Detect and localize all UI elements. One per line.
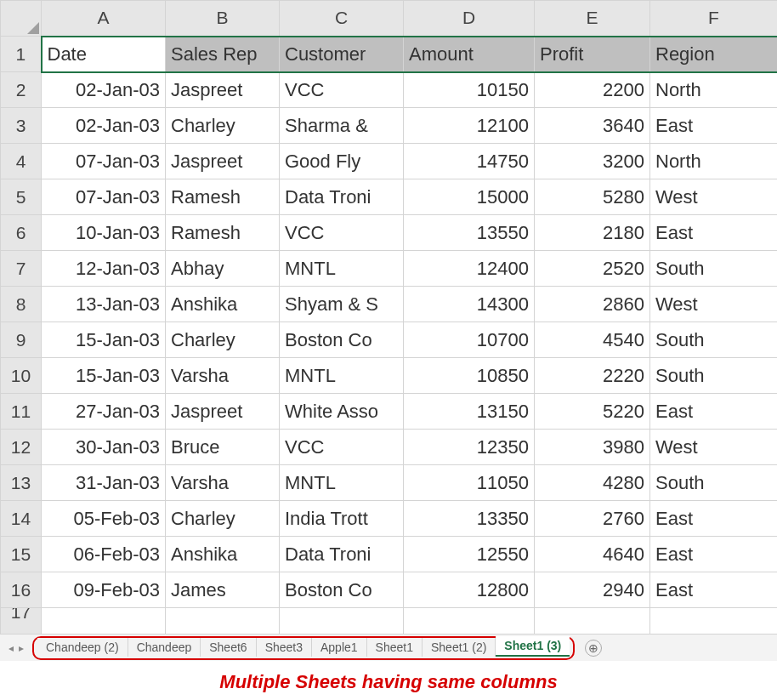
cell-date[interactable]: 05-Feb-03 bbox=[42, 501, 166, 537]
sheet-tab[interactable]: Chandeep bbox=[128, 638, 201, 657]
col-head-D[interactable]: D bbox=[404, 1, 535, 37]
cell-date[interactable]: 07-Jan-03 bbox=[42, 144, 166, 179]
row-head-3[interactable]: 3 bbox=[1, 108, 42, 144]
cell-rep[interactable]: Ramesh bbox=[166, 215, 280, 251]
sheet-tab[interactable]: Chandeep (2) bbox=[37, 638, 128, 657]
cell-region[interactable]: North bbox=[650, 72, 778, 108]
cell-customer[interactable]: Shyam & S bbox=[280, 287, 404, 322]
cell-amount[interactable]: 12400 bbox=[404, 251, 535, 287]
select-all-corner[interactable] bbox=[1, 1, 42, 37]
cell-region[interactable]: East bbox=[650, 537, 778, 572]
cell-amount[interactable]: 13350 bbox=[404, 501, 535, 537]
sheet-tab[interactable]: Sheet1 (3) bbox=[496, 636, 570, 657]
cell-profit[interactable]: 5280 bbox=[535, 179, 650, 215]
cell-amount[interactable]: 15000 bbox=[404, 179, 535, 215]
cell-rep[interactable]: James bbox=[166, 572, 280, 608]
cell-profit[interactable]: 5220 bbox=[535, 394, 650, 430]
row-head-4[interactable]: 4 bbox=[1, 144, 42, 179]
cell-profit[interactable]: 2860 bbox=[535, 287, 650, 322]
cell-date[interactable]: 10-Jan-03 bbox=[42, 215, 166, 251]
cell-amount[interactable]: 11050 bbox=[404, 465, 535, 501]
cell-rep[interactable]: Varsha bbox=[166, 465, 280, 501]
cell-rep[interactable]: Charley bbox=[166, 501, 280, 537]
row-head-6[interactable]: 6 bbox=[1, 215, 42, 251]
sheet-tab[interactable]: Sheet6 bbox=[201, 638, 256, 657]
cell-date[interactable]: 15-Jan-03 bbox=[42, 322, 166, 358]
sheet-tab[interactable]: Apple1 bbox=[312, 638, 367, 657]
row-head-5[interactable]: 5 bbox=[1, 179, 42, 215]
cell-profit[interactable]: 2520 bbox=[535, 251, 650, 287]
cell-date[interactable]: 02-Jan-03 bbox=[42, 108, 166, 144]
cell-region[interactable]: East bbox=[650, 572, 778, 608]
cell-customer[interactable]: VCC bbox=[280, 72, 404, 108]
cell-region[interactable]: West bbox=[650, 287, 778, 322]
cell-date[interactable]: 12-Jan-03 bbox=[42, 251, 166, 287]
cell-rep[interactable]: Jaspreet bbox=[166, 394, 280, 430]
cell-rep[interactable]: Charley bbox=[166, 322, 280, 358]
cell-region[interactable]: South bbox=[650, 465, 778, 501]
row-head-15[interactable]: 15 bbox=[1, 537, 42, 572]
row-head-1[interactable]: 1 bbox=[1, 37, 42, 72]
cell-rep[interactable]: Jaspreet bbox=[166, 144, 280, 179]
cell-amount[interactable]: 10150 bbox=[404, 72, 535, 108]
cell-amount[interactable]: 10850 bbox=[404, 358, 535, 394]
cell-customer[interactable]: VCC bbox=[280, 430, 404, 465]
cell-profit[interactable]: 2220 bbox=[535, 358, 650, 394]
cell-amount[interactable]: 13150 bbox=[404, 394, 535, 430]
cell-profit[interactable]: 2940 bbox=[535, 572, 650, 608]
sheet-tab[interactable]: Sheet1 (2) bbox=[423, 638, 496, 657]
row-head-13[interactable]: 13 bbox=[1, 465, 42, 501]
cell-amount[interactable]: 14750 bbox=[404, 144, 535, 179]
cell-date[interactable]: 15-Jan-03 bbox=[42, 358, 166, 394]
cell-rep[interactable]: Abhay bbox=[166, 251, 280, 287]
cell-A1[interactable]: Date bbox=[42, 37, 166, 72]
cell-date[interactable]: 27-Jan-03 bbox=[42, 394, 166, 430]
col-head-B[interactable]: B bbox=[166, 1, 280, 37]
cell-amount[interactable]: 13550 bbox=[404, 215, 535, 251]
cell-region[interactable]: East bbox=[650, 215, 778, 251]
cell-amount[interactable]: 14300 bbox=[404, 287, 535, 322]
cell-date[interactable]: 06-Feb-03 bbox=[42, 537, 166, 572]
cell-customer[interactable]: White Asso bbox=[280, 394, 404, 430]
cell-region[interactable]: South bbox=[650, 322, 778, 358]
cell-customer[interactable]: Good Fly bbox=[280, 144, 404, 179]
col-head-E[interactable]: E bbox=[535, 1, 650, 37]
row-head-9[interactable]: 9 bbox=[1, 322, 42, 358]
cell-customer[interactable]: Data Troni bbox=[280, 179, 404, 215]
cell-B1[interactable]: Sales Rep bbox=[166, 37, 280, 72]
cell-profit[interactable]: 4640 bbox=[535, 537, 650, 572]
cell-region[interactable]: West bbox=[650, 430, 778, 465]
row-head-16[interactable]: 16 bbox=[1, 572, 42, 608]
sheet-tab[interactable]: Sheet3 bbox=[257, 638, 312, 657]
row-head-12[interactable]: 12 bbox=[1, 430, 42, 465]
cell-date[interactable]: 02-Jan-03 bbox=[42, 72, 166, 108]
cell-customer[interactable]: Sharma & bbox=[280, 108, 404, 144]
cell-date[interactable]: 30-Jan-03 bbox=[42, 430, 166, 465]
cell-customer[interactable]: MNTL bbox=[280, 251, 404, 287]
row-head-2[interactable]: 2 bbox=[1, 72, 42, 108]
cell-amount[interactable]: 12550 bbox=[404, 537, 535, 572]
col-head-C[interactable]: C bbox=[280, 1, 404, 37]
add-sheet-button[interactable]: ⊕ bbox=[585, 640, 602, 657]
cell-amount[interactable]: 12800 bbox=[404, 572, 535, 608]
cell-C1[interactable]: Customer bbox=[280, 37, 404, 72]
cell-customer[interactable]: Data Troni bbox=[280, 537, 404, 572]
cell-D1[interactable]: Amount bbox=[404, 37, 535, 72]
cell-profit[interactable]: 4540 bbox=[535, 322, 650, 358]
cell-region[interactable]: West bbox=[650, 179, 778, 215]
row-head-14[interactable]: 14 bbox=[1, 501, 42, 537]
cell-profit[interactable]: 2760 bbox=[535, 501, 650, 537]
cell-profit[interactable]: 3200 bbox=[535, 144, 650, 179]
cell-region[interactable]: East bbox=[650, 394, 778, 430]
cell-rep[interactable]: Ramesh bbox=[166, 179, 280, 215]
cell-date[interactable]: 13-Jan-03 bbox=[42, 287, 166, 322]
cell-F1[interactable]: Region bbox=[650, 37, 778, 72]
cell-rep[interactable]: Varsha bbox=[166, 358, 280, 394]
cell-date[interactable]: 09-Feb-03 bbox=[42, 572, 166, 608]
cell-date[interactable]: 31-Jan-03 bbox=[42, 465, 166, 501]
col-head-F[interactable]: F bbox=[650, 1, 778, 37]
cell-rep[interactable]: Anshika bbox=[166, 537, 280, 572]
cell-region[interactable]: East bbox=[650, 501, 778, 537]
cell-rep[interactable]: Bruce bbox=[166, 430, 280, 465]
cell-customer[interactable]: India Trott bbox=[280, 501, 404, 537]
